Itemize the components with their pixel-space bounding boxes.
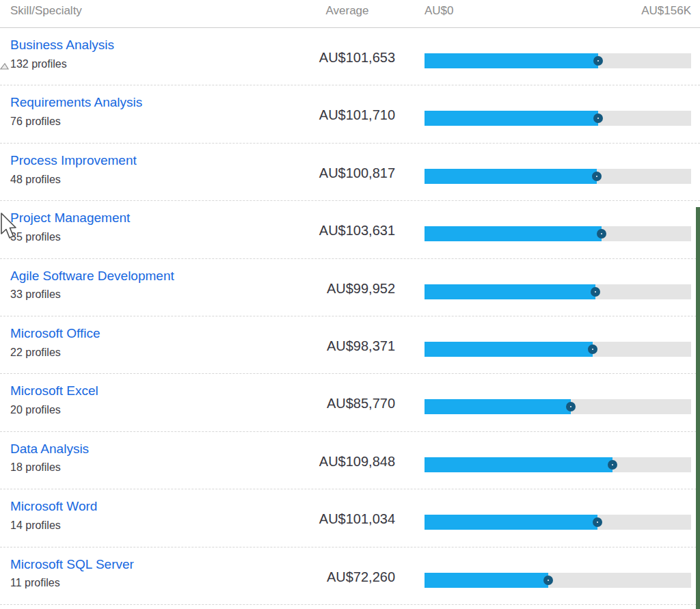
bar-fill [425,226,602,241]
salary-bar [425,259,691,316]
bar-track [425,226,691,241]
bar-marker[interactable] [593,56,603,66]
salary-bar [425,201,691,258]
bar-fill [425,342,593,357]
bar-fill [425,111,598,126]
table-row: Microsoft SQL Server 11 profiles AU$72,2… [0,547,700,605]
axis-min-label: AU$0 [425,4,454,18]
bar-track [425,457,691,472]
salary-by-skill-panel: Skill/Specialty Average AU$0 AU$156K Bus… [0,0,700,609]
skill-link[interactable]: Microsoft SQL Server [10,556,134,573]
salary-bar [425,374,691,431]
average-column-header: Average [299,0,395,18]
bar-marker[interactable] [593,113,603,123]
bar-marker[interactable] [588,344,597,354]
salary-bar [425,85,691,142]
axis-max-label: AU$156K [641,4,691,18]
average-value: AU$101,034 [299,489,395,546]
average-value: AU$85,770 [299,374,395,431]
skill-link[interactable]: Business Analysis [10,37,114,53]
bar-axis-header: AU$0 AU$156K [425,0,691,18]
right-edge-green-stripe [696,207,700,609]
profile-count: 14 profiles [10,519,299,532]
table-row: Microsoft Office 22 profiles AU$98,371 [0,316,700,374]
table-header: Skill/Specialty Average AU$0 AU$156K [0,0,700,28]
table-row: Process Improvement 48 profiles AU$100,8… [0,144,700,201]
bar-marker[interactable] [608,460,617,470]
bar-marker[interactable] [593,517,602,527]
profile-count: 22 profiles [10,347,299,359]
bar-marker[interactable] [543,576,553,585]
skill-link[interactable]: Agile Software Development [10,268,174,284]
bar-fill [425,457,612,472]
skill-cell: Requirements Analysis 76 profiles [0,85,299,142]
average-value: AU$100,817 [299,144,395,200]
bar-fill [425,515,597,530]
bar-fill [425,284,595,299]
average-value: AU$101,710 [299,85,395,142]
table-row: Business Analysis 132 profiles AU$101,65… [0,28,700,85]
skill-link[interactable]: Project Management [10,210,130,226]
bar-track [425,169,691,184]
average-value: AU$109,848 [299,432,395,489]
skill-link[interactable]: Microsoft Office [10,325,100,342]
bar-fill [425,573,548,588]
skill-cell: Process Improvement 48 profiles [0,144,299,200]
average-value: AU$99,952 [299,259,395,316]
skill-link[interactable]: Requirements Analysis [10,94,142,111]
bar-track [425,573,691,588]
bar-fill [425,169,597,184]
profile-count: 48 profiles [10,174,299,186]
bar-fill [425,399,571,414]
profile-count: 11 profiles [10,577,299,589]
bar-track [425,53,691,68]
skill-cell: Microsoft Office 22 profiles [0,316,299,373]
bar-marker[interactable] [566,402,576,411]
average-value: AU$103,631 [299,201,395,258]
bar-track [425,111,691,126]
table-row: Requirements Analysis 76 profiles AU$101… [0,85,700,143]
average-value: AU$72,260 [299,547,395,604]
bar-track [425,515,691,530]
skill-link[interactable]: Microsoft Word [10,498,97,515]
skill-link[interactable]: Process Improvement [10,152,137,169]
salary-bar [425,28,691,85]
skill-cell: Data Analysis 18 profiles [0,432,299,489]
profile-count: 35 profiles [10,231,299,243]
skill-cell: Business Analysis 132 profiles [0,28,299,85]
salary-bar [425,316,691,373]
skill-link[interactable]: Data Analysis [10,441,89,457]
salary-bar [425,144,691,200]
average-value: AU$101,653 [299,28,395,85]
profile-count: 76 profiles [10,116,299,128]
salary-bar [425,489,691,546]
table-row: Microsoft Word 14 profiles AU$101,034 [0,489,700,547]
skill-cell: Microsoft Excel 20 profiles [0,374,299,431]
bar-track [425,284,691,299]
profile-count: 132 profiles [10,58,299,70]
skill-link[interactable]: Microsoft Excel [10,383,98,399]
profile-count: 20 profiles [10,404,299,416]
salary-bar [425,432,691,489]
bar-fill [425,53,598,68]
table-row: Data Analysis 18 profiles AU$109,848 [0,432,700,489]
profile-count: 18 profiles [10,461,299,474]
skill-cell: Microsoft SQL Server 11 profiles [0,547,299,604]
bar-marker[interactable] [592,172,602,181]
average-value: AU$98,371 [299,316,395,373]
skill-cell: Microsoft Word 14 profiles [0,489,299,546]
table-row: Project Management 35 profiles AU$103,63… [0,201,700,258]
profile-count: 33 profiles [10,288,299,301]
table-row: Agile Software Development 33 profiles A… [0,259,700,316]
skill-cell: Agile Software Development 33 profiles [0,259,299,316]
bar-track [425,399,691,414]
skill-cell: Project Management 35 profiles [0,201,299,258]
table-row: Microsoft Excel 20 profiles AU$85,770 [0,374,700,431]
bar-track [425,342,691,357]
salary-bar [425,547,691,604]
skill-column-header: Skill/Specialty [0,0,299,18]
bar-marker[interactable] [597,229,606,239]
bar-marker[interactable] [591,287,600,297]
